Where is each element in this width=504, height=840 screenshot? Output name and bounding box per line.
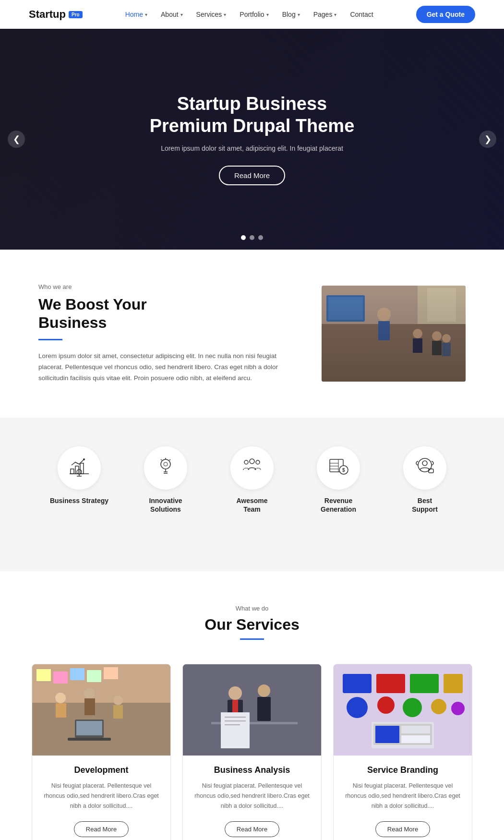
logo-badge: Pro (69, 11, 83, 18)
business-strategy-icon (69, 456, 90, 480)
svg-rect-10 (326, 295, 365, 322)
svg-rect-66 (257, 697, 271, 721)
feature-label-3: AwesomeTeam (236, 496, 267, 514)
hero-dots (241, 235, 263, 240)
hero-section: Startup BusinessPremium Drupal Theme Lor… (0, 29, 504, 250)
svg-point-42 (422, 461, 427, 466)
logo-text: Startup (29, 8, 66, 21)
feature-best-support: BestSupport (386, 446, 463, 514)
svg-rect-57 (104, 667, 118, 679)
svg-point-49 (84, 688, 95, 698)
feature-icon-wrap-1 (58, 446, 101, 490)
chevron-down-icon: ▾ (145, 12, 147, 17)
awesome-team-icon (241, 456, 263, 480)
hero-next-button[interactable]: ❯ (479, 131, 496, 148)
svg-point-29 (164, 462, 168, 466)
svg-rect-5 (413, 338, 422, 353)
services-grid: Development Nisi feugiat placerat. Pelle… (29, 664, 475, 840)
feature-label-4: RevenueGeneration (321, 496, 356, 514)
service-desc-development: Nisi feugiat placerat. Pellentesque vel … (32, 781, 170, 812)
svg-rect-7 (432, 341, 442, 355)
service-desc-business-analysis: Nisi feugiat placerat. Pellentesque vel … (183, 781, 321, 812)
who-heading: We Boost YourBusiness (38, 295, 293, 332)
svg-rect-86 (401, 735, 430, 743)
who-body: Lorem ipsum dolor sit amet, consectetur … (38, 351, 293, 384)
svg-rect-85 (401, 726, 430, 733)
feature-label-5: BestSupport (412, 496, 438, 514)
svg-rect-52 (113, 705, 123, 719)
hero-subtitle: Lorem ipsum dolor sit amet, adipiscing e… (161, 144, 343, 152)
service-readmore-business-analysis[interactable]: Read More (225, 821, 279, 837)
svg-rect-55 (70, 668, 84, 680)
svg-point-4 (413, 329, 422, 338)
svg-point-78 (377, 696, 395, 714)
svg-rect-56 (87, 670, 101, 682)
nav-item-blog[interactable]: Blog ▾ (282, 11, 300, 18)
svg-point-47 (55, 693, 66, 703)
service-image-development (32, 664, 170, 756)
chevron-down-icon: ▾ (266, 12, 269, 17)
svg-rect-74 (376, 674, 405, 693)
service-image-business-analysis (183, 664, 321, 756)
hero-prev-button[interactable]: ❮ (8, 131, 25, 148)
svg-rect-75 (410, 674, 439, 693)
feature-innovative-solutions: InnovativeSolutions (127, 446, 204, 514)
svg-line-27 (161, 459, 162, 460)
svg-rect-84 (375, 726, 399, 743)
chevron-down-icon: ▾ (334, 12, 336, 17)
hero-content: Startup BusinessPremium Drupal Theme Lor… (0, 29, 504, 250)
services-underline (240, 638, 264, 640)
svg-point-8 (442, 334, 451, 343)
chevron-down-icon: ▾ (180, 12, 183, 17)
site-header: Startup Pro Home ▾ About ▾ Services ▾ Po… (0, 0, 504, 29)
feature-icon-wrap-5 (403, 446, 446, 490)
svg-rect-11 (328, 297, 363, 320)
nav-item-about[interactable]: About ▾ (161, 11, 183, 18)
nav-item-pages[interactable]: Pages ▾ (313, 11, 337, 18)
revenue-generation-icon: $ (328, 456, 349, 480)
hero-dot-2[interactable] (250, 235, 254, 240)
who-image (322, 286, 466, 382)
service-card-service-branding: Service Branding Nisi feugiat placerat. … (333, 664, 472, 840)
hero-dot-3[interactable] (258, 235, 263, 240)
service-readmore-service-branding[interactable]: Read More (375, 821, 430, 837)
hero-cta-button[interactable]: Read More (219, 166, 285, 185)
svg-point-51 (113, 696, 123, 705)
nav-item-services[interactable]: Services ▾ (196, 11, 227, 18)
svg-point-79 (403, 698, 422, 717)
nav-item-contact[interactable]: Contact (350, 11, 373, 18)
features-section: Business Strategy Innovat (0, 418, 504, 542)
service-title-development: Development (32, 765, 170, 775)
spacer (0, 542, 504, 571)
svg-rect-48 (56, 703, 66, 718)
get-quote-button[interactable]: Get a Quote (416, 6, 475, 23)
feature-icon-wrap-2 (144, 446, 187, 490)
logo[interactable]: Startup Pro (29, 8, 83, 21)
best-support-icon (414, 456, 435, 480)
feature-business-strategy: Business Strategy (41, 446, 118, 514)
service-card-development: Development Nisi feugiat placerat. Pelle… (32, 664, 171, 840)
svg-rect-0 (322, 286, 466, 382)
feature-icon-wrap-3 (230, 446, 274, 490)
svg-rect-9 (442, 343, 451, 356)
nav-item-home[interactable]: Home ▾ (125, 11, 147, 18)
nav-item-portfolio[interactable]: Portfolio ▾ (240, 11, 268, 18)
hero-dot-1[interactable] (241, 235, 246, 240)
svg-rect-73 (343, 674, 372, 693)
who-image-placeholder (322, 286, 466, 382)
who-left-column: Who we are We Boost YourBusiness Lorem i… (38, 283, 293, 384)
svg-point-22 (161, 459, 170, 469)
section-underline (38, 339, 62, 340)
service-title-business-analysis: Business Analysis (183, 765, 321, 775)
svg-rect-53 (36, 669, 51, 681)
svg-point-2 (377, 308, 391, 321)
svg-rect-35 (331, 460, 337, 471)
service-readmore-development[interactable]: Read More (74, 821, 129, 837)
svg-point-30 (250, 459, 254, 464)
services-header: What we do Our Services (29, 605, 475, 640)
svg-rect-14 (71, 469, 74, 474)
svg-point-32 (256, 460, 260, 464)
feature-revenue-generation: $ RevenueGeneration (300, 446, 377, 514)
svg-point-17 (83, 458, 85, 460)
svg-rect-50 (84, 698, 95, 715)
